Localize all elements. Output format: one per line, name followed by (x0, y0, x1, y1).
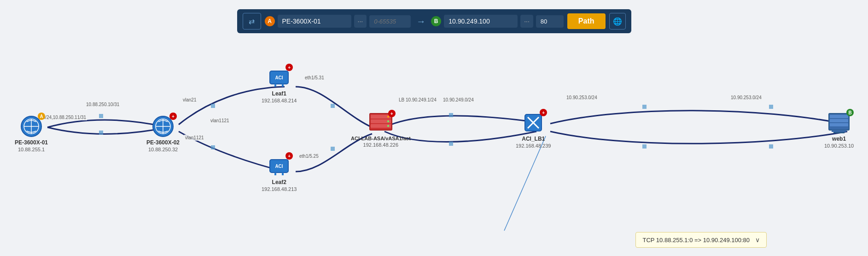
svg-rect-41 (830, 123, 848, 126)
svg-rect-27 (282, 173, 284, 175)
edge-label-5: vlan1121 (210, 118, 230, 124)
source-group: A ··· (264, 15, 411, 28)
edge-label-2: 10.88.250.10/31 (85, 101, 120, 107)
edge-label-3: vlan21 (182, 97, 197, 103)
node-leaf2[interactable]: ACI + Leaf2 192.168.48.213 (262, 154, 297, 192)
lb1-ip: 192.168.48.239 (516, 143, 551, 149)
asa-badge: + (388, 110, 396, 117)
node-leaf1[interactable]: ACI + Leaf1 192.168.48.214 (262, 65, 297, 103)
svg-rect-4 (331, 104, 335, 108)
lb1-icon: + (521, 111, 545, 135)
direction-arrow[interactable]: → (414, 16, 427, 27)
source-input[interactable] (277, 15, 351, 28)
pe1-icon: A (19, 114, 43, 138)
pe2-ip: 10.88.250.32 (148, 147, 178, 152)
svg-rect-0 (99, 114, 103, 118)
network-diagram: 80/24,10.88.250.11/31 10.88.250.10/31 vl… (0, 46, 868, 256)
dest-badge: B (431, 16, 441, 26)
svg-rect-1 (99, 131, 103, 135)
leaf2-icon: ACI + (267, 154, 291, 178)
top-bar: ⇄ A ··· → B ··· Path 🌐 (237, 9, 631, 33)
asa-label: ACI-LAB-ASA/vASA1/act (351, 136, 411, 141)
node-pe2[interactable]: + PE-3600X-02 10.88.250.32 (146, 114, 180, 152)
tooltip-text: TCP 10.88.255.1:0 => 10.90.249.100:80 (642, 237, 750, 244)
swap-icon: ⇄ (249, 17, 255, 26)
edge-label-6: eth1/5.31 (304, 75, 325, 81)
tooltip-chevron[interactable]: ∨ (755, 236, 760, 244)
edge-label-9: 10.90.249.0/24 (442, 97, 475, 103)
svg-rect-23 (282, 84, 284, 87)
pe2-label: PE-3600X-02 (146, 139, 180, 146)
asa-icon: + (367, 111, 395, 135)
leaf2-ip: 192.168.48.213 (262, 186, 297, 192)
leaf2-label: Leaf2 (272, 179, 286, 185)
web1-badge: B (846, 109, 854, 116)
leaf2-badge: + (285, 152, 293, 160)
pe1-badge: A (38, 113, 45, 120)
source-port-input[interactable] (369, 15, 411, 28)
edge-label-8: LB 10.90.249.1/24 (398, 97, 437, 103)
edge-label-4: vlan1121 (184, 135, 205, 141)
source-dots-button[interactable]: ··· (354, 15, 367, 28)
svg-rect-5 (331, 147, 335, 151)
diagram-svg (0, 46, 868, 256)
svg-rect-7 (449, 142, 453, 146)
svg-rect-39 (830, 115, 848, 118)
web1-ip: 10.90.253.10 (824, 143, 854, 149)
asa-ip: 192.168.48.226 (363, 142, 398, 148)
svg-rect-10 (769, 105, 773, 109)
dest-port-input[interactable] (536, 15, 564, 28)
node-pe1[interactable]: A PE-3600X-01 10.88.255.1 (15, 114, 48, 152)
leaf1-icon: ACI + (267, 65, 291, 89)
swap-button[interactable]: ⇄ (242, 13, 261, 30)
svg-point-34 (387, 125, 389, 127)
lb1-label: ACI_LB1 (522, 136, 545, 142)
dest-group: B ··· (431, 15, 564, 28)
svg-rect-6 (449, 113, 453, 117)
dest-input[interactable] (444, 15, 518, 28)
svg-rect-11 (769, 144, 773, 149)
node-asa[interactable]: + ACI-LAB-ASA/vASA1/act 192.168.48.226 (351, 111, 411, 148)
pe1-label: PE-3600X-01 (15, 139, 48, 146)
svg-point-33 (387, 120, 389, 122)
edge-label-7: eth1/5.25 (298, 153, 320, 159)
web1-icon: B (826, 111, 852, 135)
svg-rect-22 (274, 84, 276, 87)
svg-rect-40 (830, 119, 848, 122)
dest-dots-button[interactable]: ··· (520, 15, 533, 28)
leaf1-label: Leaf1 (272, 90, 286, 97)
pe1-ip: 10.88.255.1 (18, 147, 45, 152)
svg-point-32 (387, 116, 389, 118)
globe-icon: 🌐 (613, 17, 622, 26)
globe-button[interactable]: 🌐 (609, 13, 626, 30)
path-tooltip: TCP 10.88.255.1:0 => 10.90.249.100:80 ∨ (635, 232, 767, 248)
svg-rect-3 (211, 145, 215, 149)
svg-rect-43 (833, 132, 845, 133)
web1-label: web1 (832, 136, 846, 142)
svg-rect-9 (642, 144, 647, 149)
svg-text:ACI: ACI (275, 75, 283, 80)
lb1-badge: + (540, 109, 547, 116)
pe2-icon: + (151, 114, 175, 138)
leaf1-badge: + (285, 64, 293, 71)
svg-rect-8 (642, 105, 647, 109)
node-lb1[interactable]: + ACI_LB1 192.168.48.239 (516, 111, 551, 149)
source-badge: A (264, 16, 274, 26)
svg-text:ACI: ACI (275, 164, 283, 169)
leaf1-ip: 192.168.48.214 (262, 98, 297, 103)
node-web1[interactable]: B web1 10.90.253.10 (824, 111, 854, 149)
pe2-badge: + (169, 113, 177, 120)
svg-rect-26 (274, 173, 276, 175)
path-button[interactable]: Path (567, 13, 606, 29)
edge-label-10: 10.90.253.0/24 (565, 95, 598, 101)
edge-label-11: 10.90.253.0/24 (730, 95, 763, 101)
svg-rect-42 (832, 130, 846, 132)
svg-rect-2 (211, 104, 215, 108)
